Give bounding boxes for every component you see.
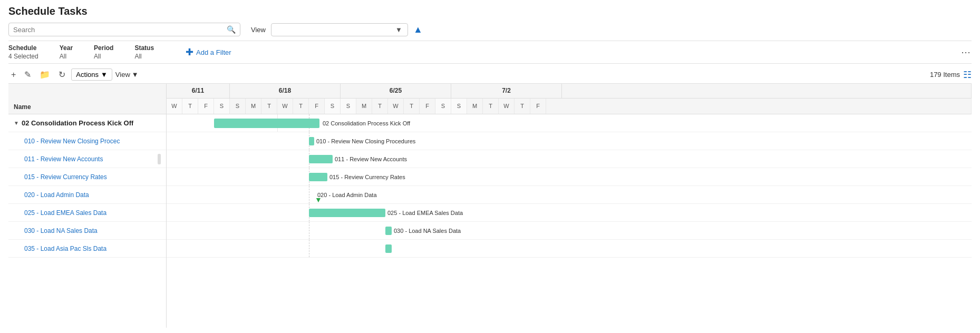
day-cell: T bbox=[372, 99, 388, 114]
day-cell: M bbox=[356, 99, 372, 114]
plus-circle-icon: ✚ bbox=[186, 46, 193, 58]
task-name[interactable]: 035 - Load Asia Pac Sls Data bbox=[24, 245, 106, 252]
view-toggle-label: View bbox=[115, 71, 130, 79]
schedule-value: 4 Selected bbox=[8, 53, 38, 60]
day-cell: F bbox=[309, 99, 325, 114]
task-name[interactable]: 015 - Review Currency Rates bbox=[24, 173, 107, 181]
task-name[interactable]: 025 - Load EMEA Sales Data bbox=[24, 209, 106, 217]
add-button[interactable]: + bbox=[8, 68, 18, 81]
gantt-row: 011 - Review New Accounts bbox=[167, 150, 972, 168]
task-row: 015 - Review Currency Rates bbox=[8, 168, 166, 186]
year-value: All bbox=[60, 53, 73, 60]
page-title: Schedule Tasks bbox=[8, 5, 972, 17]
task-row: 020 - Load Admin Data bbox=[8, 186, 166, 204]
gantt-row: ▼ 020 - Load Admin Data bbox=[167, 186, 972, 204]
gantt-bar[interactable] bbox=[214, 119, 319, 128]
actions-button[interactable]: Actions ▼ bbox=[71, 68, 112, 81]
schedule-label: Schedule bbox=[8, 44, 38, 52]
actions-dropdown-icon: ▼ bbox=[101, 71, 108, 79]
view-label: View bbox=[251, 26, 266, 34]
main-area: Name ▼ 02 Consolidation Process Kick Off… bbox=[8, 84, 972, 328]
task-row: 010 - Review New Closing Procec bbox=[8, 132, 166, 150]
day-cell: W bbox=[388, 99, 404, 114]
gantt-bar-label: 015 - Review Currency Rates bbox=[329, 174, 405, 180]
search-input[interactable] bbox=[13, 26, 227, 34]
day-cell: T bbox=[404, 99, 420, 114]
day-cell: T bbox=[483, 99, 499, 114]
view-dropdown[interactable]: ▼ bbox=[271, 23, 408, 36]
gantt-bar[interactable] bbox=[309, 209, 385, 217]
items-count: 179 Items bbox=[930, 71, 960, 79]
day-cell: S bbox=[435, 99, 451, 114]
filter-schedule: Schedule 4 Selected bbox=[8, 44, 38, 60]
gantt-bar[interactable] bbox=[309, 137, 314, 145]
date-group-extra bbox=[562, 84, 972, 98]
gantt-bar[interactable] bbox=[385, 244, 392, 253]
gantt-row: 015 - Review Currency Rates bbox=[167, 168, 972, 186]
gantt-bar-label: 011 - Review New Accounts bbox=[335, 156, 407, 162]
task-row: 030 - Load NA Sales Data bbox=[8, 222, 166, 240]
gantt-bar[interactable] bbox=[385, 227, 392, 235]
filter-status: Status All bbox=[134, 44, 154, 60]
status-label: Status bbox=[134, 44, 154, 52]
day-cell: F bbox=[198, 99, 214, 114]
gantt-bar[interactable] bbox=[309, 155, 333, 163]
day-cell: W bbox=[167, 99, 182, 114]
task-name[interactable]: 020 - Load Admin Data bbox=[24, 191, 89, 199]
gantt-bar[interactable] bbox=[309, 173, 327, 181]
search-icon: 🔍 bbox=[227, 25, 236, 34]
task-list: ▼ 02 Consolidation Process Kick Off 010 … bbox=[8, 114, 166, 328]
resize-handle[interactable] bbox=[158, 154, 161, 164]
date-group-611: 6/11 bbox=[167, 84, 230, 98]
gantt-bar-label: 020 - Load Admin Data bbox=[317, 192, 377, 198]
day-cell-spacer bbox=[546, 99, 972, 114]
status-value: All bbox=[134, 53, 154, 60]
day-cell: F bbox=[420, 99, 435, 114]
task-group-name[interactable]: 02 Consolidation Process Kick Off bbox=[22, 119, 133, 127]
gantt-bar-label: 02 Consolidation Process Kick Off bbox=[323, 120, 410, 126]
chevron-down-icon: ▼ bbox=[395, 26, 402, 34]
date-group-618: 6/18 bbox=[230, 84, 341, 98]
gantt-row: 02 Consolidation Process Kick Off bbox=[167, 114, 972, 132]
left-panel: Name ▼ 02 Consolidation Process Kick Off… bbox=[8, 84, 167, 328]
refresh-button[interactable]: ↻ bbox=[56, 68, 68, 81]
day-cell: S bbox=[451, 99, 467, 114]
day-cell: W bbox=[277, 99, 293, 114]
day-cell: M bbox=[467, 99, 483, 114]
day-cell: T bbox=[261, 99, 277, 114]
actions-label: Actions bbox=[76, 71, 99, 79]
collapse-icon[interactable]: ▼ bbox=[14, 120, 19, 126]
task-name[interactable]: 010 - Review New Closing Procec bbox=[24, 138, 120, 145]
add-filter-button[interactable]: ✚ Add a Filter bbox=[186, 46, 231, 58]
add-filter-label: Add a Filter bbox=[196, 48, 231, 56]
task-row: 035 - Load Asia Pac Sls Data bbox=[8, 240, 166, 258]
view-toggle-button[interactable]: View ▼ bbox=[115, 71, 139, 79]
gantt-row: 010 - Review New Closing Procedures bbox=[167, 132, 972, 150]
task-row: ▼ 02 Consolidation Process Kick Off bbox=[8, 114, 166, 132]
gantt-row: 030 - Load NA Sales Data bbox=[167, 222, 972, 240]
date-groups-row: 6/11 6/18 6/25 7/2 bbox=[167, 84, 972, 99]
name-column-header: Name bbox=[8, 84, 166, 114]
day-cell: T bbox=[182, 99, 198, 114]
filter-icon[interactable]: ▲ bbox=[413, 24, 423, 35]
day-row: W T F S S M T W T F S S M T W T F bbox=[167, 99, 972, 114]
gantt-bar-label: 025 - Load EMEA Sales Data bbox=[387, 210, 463, 216]
day-cell: M bbox=[246, 99, 261, 114]
day-cell: S bbox=[214, 99, 230, 114]
date-group-625: 6/25 bbox=[341, 84, 451, 98]
filter-period: Period All bbox=[94, 44, 113, 60]
task-name[interactable]: 011 - Review New Accounts bbox=[24, 155, 103, 163]
gantt-row: 025 - Load EMEA Sales Data bbox=[167, 204, 972, 222]
folder-button[interactable]: 📁 bbox=[37, 68, 53, 81]
edit-button[interactable]: ✎ bbox=[22, 68, 34, 81]
day-cell: S bbox=[230, 99, 246, 114]
more-options-button[interactable]: ⋯ bbox=[961, 46, 972, 58]
search-box: 🔍 bbox=[8, 23, 240, 36]
date-group-72: 7/2 bbox=[451, 84, 562, 98]
year-label: Year bbox=[60, 44, 73, 52]
gantt-row bbox=[167, 240, 972, 258]
task-name[interactable]: 030 - Load NA Sales Data bbox=[24, 227, 98, 234]
gantt-header: 6/11 6/18 6/25 7/2 W T F S S M T W T F bbox=[167, 84, 972, 114]
task-row: 025 - Load EMEA Sales Data bbox=[8, 204, 166, 222]
gantt-view-icon[interactable]: ☷ bbox=[963, 69, 972, 81]
